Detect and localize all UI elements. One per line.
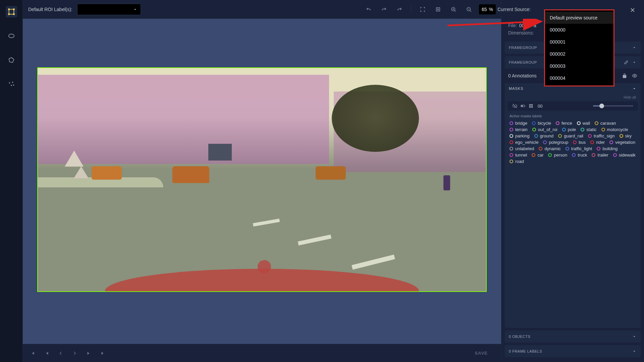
mask-label-vegetation[interactable]: vegetation: [609, 140, 635, 145]
color-dot: [577, 121, 581, 125]
svg-point-6: [9, 82, 10, 84]
mask-label-bicycle[interactable]: bicycle: [532, 121, 551, 126]
annotation-canvas[interactable]: [37, 67, 487, 292]
mask-label-bus[interactable]: bus: [573, 140, 586, 145]
tool-polygon[interactable]: [6, 54, 17, 66]
mask-label-rider[interactable]: rider: [590, 140, 605, 145]
hide-all-button[interactable]: Hide all: [505, 94, 641, 101]
zoom-in-button[interactable]: [448, 4, 459, 15]
mask-label-road[interactable]: road: [509, 159, 524, 164]
mask-label-parking[interactable]: parking: [509, 133, 530, 138]
chevron-down-icon: [632, 45, 637, 50]
nav-next[interactable]: [72, 350, 78, 356]
tool-bbox[interactable]: [6, 6, 17, 17]
mask-label-sidewalk[interactable]: sidewalk: [613, 153, 636, 158]
mask-label-car[interactable]: car: [532, 153, 543, 158]
dropdown-item[interactable]: 000002: [545, 48, 613, 60]
svg-point-15: [521, 105, 523, 107]
mask-label-fence[interactable]: fence: [556, 121, 572, 126]
svg-rect-16: [529, 104, 531, 106]
edit-icon[interactable]: [624, 60, 629, 65]
frame-nav: SAVE: [23, 344, 501, 362]
mask-label-caravan[interactable]: caravan: [595, 121, 616, 126]
mask-label-bridge[interactable]: bridge: [509, 121, 527, 126]
frame-labels-section[interactable]: 0 FRAME LABELS: [505, 345, 641, 357]
mask-label-static[interactable]: static: [581, 127, 596, 132]
masks-section: MASKS Hide all 00 Active masks labels br…: [505, 83, 641, 328]
color-dot: [509, 121, 513, 125]
dropdown-item[interactable]: 000003: [545, 60, 613, 72]
mask-label-truck[interactable]: truck: [572, 153, 587, 158]
mask-label-pole[interactable]: pole: [562, 127, 576, 132]
dropdown-header[interactable]: Default preview source: [545, 12, 613, 24]
mask-label-dynamic[interactable]: dynamic: [539, 146, 560, 151]
dropdown-item[interactable]: 000001: [545, 36, 613, 48]
nav-prev[interactable]: [58, 350, 64, 356]
mask-label-sky[interactable]: sky: [620, 133, 632, 138]
nav-prev-key[interactable]: [44, 350, 50, 356]
objects-section[interactable]: 0 OBJECTS: [505, 330, 641, 343]
default-roi-label: Default ROI Label(s):: [28, 7, 72, 12]
close-button[interactable]: [627, 4, 639, 16]
eye-icon[interactable]: [632, 73, 637, 78]
mask-label-tunnel[interactable]: tunnel: [509, 153, 527, 158]
color-dot: [590, 140, 594, 144]
fit-screen-button[interactable]: [417, 4, 428, 15]
actual-size-button[interactable]: [433, 4, 443, 15]
nav-next-key[interactable]: [86, 350, 92, 356]
color-dot: [566, 147, 569, 150]
canvas-viewport[interactable]: [23, 19, 501, 344]
mask-label-motorcycle[interactable]: motorcycle: [601, 127, 628, 132]
annotations-count: 0 Annotations: [508, 73, 537, 78]
zoom-display[interactable]: 65 %: [479, 4, 496, 14]
roi-label-select[interactable]: [77, 4, 141, 15]
grid-icon[interactable]: [528, 103, 534, 109]
zoom-out-button[interactable]: [464, 4, 474, 15]
mask-label-traffic_light[interactable]: traffic_light: [566, 146, 592, 151]
nav-last[interactable]: [100, 350, 106, 356]
dropdown-item[interactable]: 000000: [545, 24, 613, 36]
mask-label-terrain[interactable]: terrain: [509, 127, 528, 132]
redo2-button[interactable]: [394, 4, 405, 15]
dropdown-item[interactable]: 000004: [545, 72, 613, 84]
toggle-icon[interactable]: [520, 103, 526, 109]
chevron-down-icon: [632, 349, 637, 354]
mask-label-out_of_roi[interactable]: out_of_roi: [532, 127, 557, 132]
zoom-unit: %: [489, 7, 493, 12]
topbar: Default ROI Label(s): 65 %: [23, 0, 501, 19]
svg-line-20: [447, 21, 541, 25]
annotation-arrow: [447, 19, 548, 32]
tool-ellipse[interactable]: [6, 30, 17, 42]
color-dot: [595, 121, 598, 125]
svg-point-2: [13, 9, 14, 10]
mask-label-polegroup[interactable]: polegroup: [543, 140, 568, 145]
undo-button[interactable]: [363, 4, 374, 15]
mask-label-person[interactable]: person: [548, 153, 567, 158]
svg-point-1: [8, 9, 9, 10]
mask-label-traffic_sign[interactable]: traffic_sign: [588, 133, 615, 138]
lock-icon[interactable]: [622, 73, 627, 78]
mask-controls: 00: [507, 101, 638, 111]
mask-label-wall[interactable]: wall: [577, 121, 590, 126]
color-dot: [548, 153, 552, 157]
svg-point-7: [12, 82, 13, 83]
eye-off-icon[interactable]: [512, 103, 518, 109]
source-dropdown[interactable]: Default preview source 00000000000100000…: [544, 9, 614, 86]
nav-first[interactable]: [30, 350, 36, 356]
redo-button[interactable]: [379, 4, 389, 15]
svg-rect-0: [9, 9, 14, 14]
color-dot: [532, 121, 536, 125]
tool-points[interactable]: [6, 78, 17, 90]
mask-label-ego_vehicle[interactable]: ego_vehicle: [509, 140, 538, 145]
mask-label-unlabeled[interactable]: unlabeled: [509, 146, 534, 151]
mask-label-ground[interactable]: ground: [534, 133, 553, 138]
mask-label-trailer[interactable]: trailer: [592, 153, 608, 158]
mask-labels-grid: bridgebicyclefencewallcaravanterrainout_…: [505, 120, 641, 165]
save-button[interactable]: SAVE: [468, 348, 494, 358]
color-dot: [539, 147, 542, 150]
app-root: Default ROI Label(s): 65 %: [0, 0, 644, 362]
opacity-slider[interactable]: [593, 105, 633, 107]
mask-label-guard_rail[interactable]: guard_rail: [558, 133, 583, 138]
mask-label-building[interactable]: building: [597, 146, 618, 151]
slider-thumb[interactable]: [599, 104, 604, 108]
